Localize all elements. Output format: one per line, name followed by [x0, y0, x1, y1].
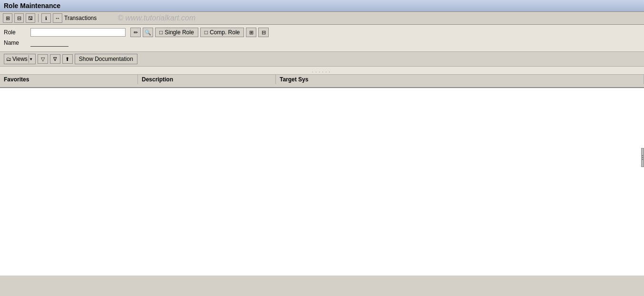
upload-icon: ⬆: [65, 56, 69, 62]
form-buttons: ✏ 🔍 □ Single Role □ Comp. Role ⊞ ⊟: [130, 28, 269, 37]
name-underline: [30, 39, 68, 47]
role-input[interactable]: [30, 28, 126, 37]
info-button[interactable]: ℹ: [41, 13, 51, 23]
comp-page-icon: □: [205, 29, 208, 36]
title-bar: Role Maintenance: [0, 0, 644, 12]
grid-button-1[interactable]: ⊞: [246, 28, 256, 37]
dotted-separator: ......: [0, 67, 644, 75]
views-dropdown-icon[interactable]: ▼: [29, 55, 33, 63]
grid-button-2[interactable]: ⊟: [258, 28, 269, 37]
table-area: Favorites Description Target Sys: [0, 75, 644, 276]
new-button[interactable]: ⊞: [3, 13, 12, 23]
filter-icon-2: ∇: [53, 56, 57, 62]
views-button[interactable]: 🗂 Views ▼: [4, 54, 36, 64]
name-row: Name: [4, 39, 640, 47]
resize-dot-3: [642, 159, 643, 160]
role-label: Role: [4, 29, 28, 36]
search-button[interactable]: 🔍: [143, 28, 153, 37]
show-documentation-button[interactable]: Show Documentation: [75, 54, 137, 64]
filter-button-1[interactable]: ▽: [38, 54, 48, 64]
table-body: [0, 88, 644, 276]
edit-icon: ✏: [134, 30, 138, 36]
favorites-column-header: Favorites: [0, 75, 138, 84]
upload-button[interactable]: ⬆: [62, 54, 73, 64]
top-toolbar: ⊞ ⊟ 🖫 ℹ ↔ Transactions © www.tutorialkar…: [0, 12, 644, 25]
page-icon: □: [159, 29, 163, 36]
toolbar-separator-1: [38, 14, 39, 22]
page-title: Role Maintenance: [4, 2, 60, 10]
grid-icon-2: ⊟: [262, 30, 266, 36]
role-row: Role ✏ 🔍 □ Single Role □ Comp. Role ⊞ ⊟: [4, 28, 640, 37]
views-icon: 🗂: [6, 56, 11, 62]
delete-button[interactable]: ⊟: [14, 13, 24, 23]
single-role-button[interactable]: □ Single Role: [155, 28, 198, 37]
target-sys-column-header: Target Sys: [276, 75, 644, 84]
grid-icon-1: ⊞: [249, 30, 254, 36]
delete-icon: ⊟: [17, 15, 21, 21]
resize-dot-1: [642, 155, 643, 156]
resize-dot-2: [642, 157, 643, 158]
new-icon: ⊞: [6, 15, 10, 21]
edit-button[interactable]: ✏: [130, 28, 141, 37]
filter-icon-1: ▽: [41, 56, 45, 62]
transactions-icon-button[interactable]: ↔: [53, 13, 62, 23]
show-documentation-label: Show Documentation: [79, 56, 133, 62]
form-area: Role ✏ 🔍 □ Single Role □ Comp. Role ⊞ ⊟: [0, 25, 644, 52]
name-label: Name: [4, 39, 28, 46]
comp-role-button[interactable]: □ Comp. Role: [200, 28, 244, 37]
filter-button-2[interactable]: ∇: [50, 54, 60, 64]
search-icon: 🔍: [145, 30, 151, 36]
info-icon: ℹ: [45, 16, 47, 21]
single-role-label: Single Role: [165, 29, 194, 36]
watermark-text: © www.tutorialkart.com: [117, 14, 195, 22]
comp-role-label: Comp. Role: [210, 29, 240, 36]
views-label: Views: [12, 56, 28, 62]
save-icon: 🖫: [28, 16, 33, 21]
description-column-header: Description: [138, 75, 276, 84]
transactions-arrow-icon: ↔: [55, 15, 60, 21]
save-button[interactable]: 🖫: [26, 13, 35, 23]
table-header: Favorites Description Target Sys: [0, 75, 644, 88]
resize-handle[interactable]: [641, 148, 644, 167]
empty-column-header: [0, 84, 138, 87]
transactions-label[interactable]: Transactions: [64, 15, 97, 21]
second-toolbar: 🗂 Views ▼ ▽ ∇ ⬆ Show Documentation: [0, 52, 644, 67]
